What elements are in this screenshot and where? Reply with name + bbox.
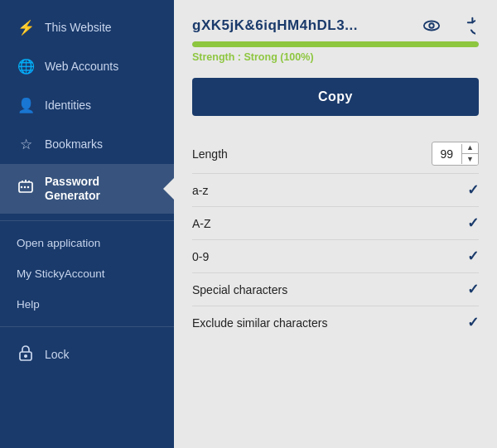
svg-point-10: [429, 23, 434, 28]
sidebar-item-label: Web Accounts: [45, 60, 118, 74]
az-checkmark: ✓: [467, 181, 479, 199]
AZ-checkmark: ✓: [467, 214, 479, 232]
AZ-checkbox-area[interactable]: ✓: [467, 214, 479, 232]
sidebar-divider: [0, 220, 174, 221]
sidebar-item-web-accounts[interactable]: 🌐 Web Accounts: [0, 47, 174, 86]
09-checkmark: ✓: [467, 248, 479, 265]
setting-row-exclude: Exclude similar characters ✓: [192, 306, 479, 339]
strength-bar-container: [192, 41, 479, 47]
lightning-icon: ⚡: [17, 19, 35, 36]
strength-value: Strong (100%): [244, 51, 314, 63]
09-checkbox-area[interactable]: ✓: [467, 248, 479, 265]
length-control: 99 ▲ ▼: [432, 142, 480, 166]
az-label: a-z: [192, 184, 208, 197]
globe-icon: 🌐: [17, 58, 35, 75]
special-checkbox-area[interactable]: ✓: [467, 281, 479, 298]
lock-icon: [17, 344, 35, 365]
person-icon: 👤: [17, 97, 35, 114]
password-display: gXK5jK&6iqHM4hDL3...: [192, 17, 409, 34]
eye-icon: [422, 17, 441, 35]
sidebar-divider-2: [0, 326, 174, 327]
setting-row-09: 0-9 ✓: [192, 240, 479, 273]
sidebar-item-label: This Website: [45, 21, 112, 35]
show-password-button[interactable]: [419, 15, 444, 36]
strength-bar-fill: [192, 41, 479, 47]
exclude-label: Exclude similar characters: [192, 316, 327, 330]
refresh-icon: [457, 17, 475, 35]
svg-point-9: [424, 22, 439, 31]
sidebar-item-lock[interactable]: Lock: [0, 334, 174, 376]
AZ-label: A-Z: [192, 217, 211, 230]
special-checkmark: ✓: [467, 281, 479, 298]
sidebar: ⚡ This Website 🌐 Web Accounts 👤 Identiti…: [0, 0, 174, 448]
09-label: 0-9: [192, 250, 209, 263]
sidebar-lock-label: Lock: [45, 348, 70, 362]
sidebar-link-help[interactable]: Help: [0, 289, 174, 320]
sidebar-link-open-application[interactable]: Open application: [0, 228, 174, 258]
sidebar-item-label: Identities: [45, 99, 91, 113]
length-value: 99: [432, 144, 463, 164]
setting-row-special: Special characters ✓: [192, 273, 479, 306]
svg-point-8: [25, 354, 27, 356]
az-checkbox-area[interactable]: ✓: [467, 181, 479, 199]
active-indicator: [163, 177, 175, 200]
sidebar-item-identities[interactable]: 👤 Identities: [0, 86, 174, 125]
setting-row-length: Length 99 ▲ ▼: [192, 134, 479, 174]
exclude-checkbox-area[interactable]: ✓: [467, 314, 479, 331]
length-decrement-button[interactable]: ▼: [462, 154, 478, 165]
settings-list: Length 99 ▲ ▼ a-z ✓ A-Z ✓ 0-9: [192, 134, 479, 339]
setting-row-az: a-z ✓: [192, 174, 479, 207]
sidebar-item-label: Bookmarks: [45, 137, 103, 152]
strength-label: Strength : Strong (100%): [192, 51, 479, 63]
main-content: gXK5jK&6iqHM4hDL3... Strength : Strong (…: [174, 0, 497, 448]
copy-button[interactable]: Copy: [192, 78, 479, 116]
special-label: Special characters: [192, 283, 287, 296]
sidebar-item-label: Password Generator: [45, 175, 100, 203]
strength-prefix: Strength :: [192, 51, 244, 63]
regenerate-password-button[interactable]: [454, 15, 479, 36]
sidebar-link-my-sticky-account[interactable]: My StickyAccount: [0, 258, 174, 289]
spinner-buttons: ▲ ▼: [462, 142, 478, 165]
password-row: gXK5jK&6iqHM4hDL3...: [192, 15, 479, 36]
sidebar-item-bookmarks[interactable]: ☆ Bookmarks: [0, 125, 174, 164]
star-icon: ☆: [17, 136, 35, 153]
sidebar-item-this-website[interactable]: ⚡ This Website: [0, 8, 174, 47]
password-generator-icon: [17, 178, 35, 199]
setting-row-AZ: A-Z ✓: [192, 207, 479, 240]
length-label: Length: [192, 147, 228, 161]
length-increment-button[interactable]: ▲: [462, 142, 478, 154]
sidebar-item-password-generator[interactable]: Password Generator: [0, 164, 174, 214]
exclude-checkmark: ✓: [467, 314, 479, 331]
